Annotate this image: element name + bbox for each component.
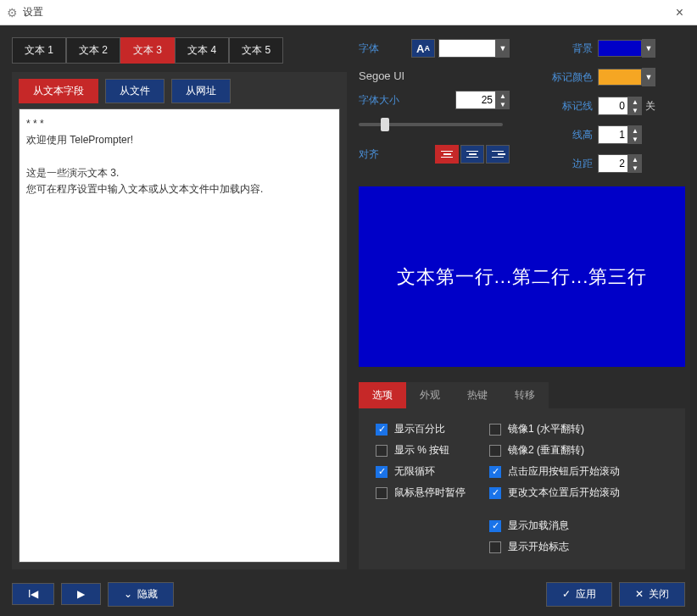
source-buttons: 从文本字段 从文件 从网址	[19, 79, 340, 103]
hide-label: 隐藏	[137, 587, 158, 602]
align-left-button[interactable]	[435, 145, 459, 164]
font-dropdown-icon[interactable]: ▼	[496, 39, 510, 58]
bg-color-dropdown-icon[interactable]: ▼	[642, 39, 655, 58]
chk-label: 无限循环	[394, 464, 435, 479]
chk-mirror-2[interactable]: 镜像2 (垂直翻转)	[489, 443, 620, 458]
chk-show-load-msg[interactable]: 显示加载消息	[489, 519, 620, 533]
properties: 字体 AA ▼ Segoe UI 字体大小 25 ▲▼ 对齐	[359, 37, 685, 175]
text-tabs: 文本 1 文本 2 文本 3 文本 4 文本 5	[12, 37, 347, 64]
gear-icon: ⚙	[7, 6, 18, 19]
titlebar: ⚙ 设置 ×	[0, 0, 697, 25]
subtab-transfer[interactable]: 转移	[501, 382, 549, 408]
mark-color-dropdown-icon[interactable]: ▼	[642, 68, 655, 86]
subtab-options[interactable]: 选项	[359, 382, 406, 408]
chk-label: 显示百分比	[394, 422, 445, 436]
skip-back-icon: I◀	[28, 588, 38, 600]
left-panel: 文本 1 文本 2 文本 3 文本 4 文本 5 从文本字段 从文件 从网址 *…	[12, 37, 347, 569]
subtabs: 选项 外观 热键 转移	[359, 382, 685, 408]
line-height-label: 线高	[540, 128, 593, 142]
checkbox-icon	[489, 487, 501, 499]
chk-show-percent-btn[interactable]: 显示 % 按钮	[376, 443, 466, 458]
chevron-down-icon: ⌄	[124, 588, 132, 600]
font-size-input[interactable]: 25	[455, 91, 496, 109]
tab-text-5[interactable]: 文本 5	[229, 37, 283, 64]
chk-start-on-text-change[interactable]: 更改文本位置后开始滚动	[489, 486, 620, 500]
checkbox-icon	[489, 541, 501, 553]
font-size-label: 字体大小	[359, 93, 411, 108]
right-panel: 字体 AA ▼ Segoe UI 字体大小 25 ▲▼ 对齐	[359, 37, 685, 569]
prev-button[interactable]: I◀	[12, 583, 54, 605]
font-name: Segoe UI	[359, 69, 510, 82]
hide-button[interactable]: ⌄隐藏	[108, 582, 174, 607]
content-area: 文本 1 文本 2 文本 3 文本 4 文本 5 从文本字段 从文件 从网址 *…	[0, 25, 697, 573]
subtab-appearance[interactable]: 外观	[406, 382, 454, 408]
checkbox-icon	[376, 424, 388, 436]
checkbox-icon	[489, 424, 501, 436]
font-select[interactable]	[438, 39, 496, 58]
preview-pane: 文本第一行...第二行...第三行	[359, 186, 685, 367]
mark-color-label: 标记颜色	[540, 70, 593, 85]
chk-pause-on-hover[interactable]: 鼠标悬停时暂停	[376, 486, 466, 500]
subtab-hotkeys[interactable]: 热键	[454, 382, 501, 408]
close-button[interactable]: ✕关闭	[619, 582, 685, 607]
window-title: 设置	[23, 5, 669, 19]
text-input[interactable]: * * * 欢迎使用 TelePrompter! 这是一些演示文本 3. 您可在…	[19, 108, 340, 563]
mark-line-off-label: 关	[645, 99, 655, 114]
font-label: 字体	[359, 42, 411, 56]
close-label: 关闭	[649, 587, 669, 602]
chk-label: 点击应用按钮后开始滚动	[508, 464, 620, 479]
tab-text-3[interactable]: 文本 3	[120, 37, 175, 64]
align-right-button[interactable]	[486, 145, 510, 164]
checkbox-icon	[489, 520, 501, 532]
source-file-button[interactable]: 从文件	[105, 79, 164, 103]
play-icon: ▶	[77, 588, 85, 600]
mark-line-input[interactable]: 0	[598, 97, 628, 115]
source-url-button[interactable]: 从网址	[171, 79, 231, 103]
font-size-slider[interactable]	[359, 118, 503, 131]
checkbox-icon	[376, 487, 388, 499]
chk-label: 镜像1 (水平翻转)	[508, 422, 584, 436]
chk-label: 鼠标悬停时暂停	[394, 486, 466, 500]
chk-label: 显示加载消息	[508, 519, 569, 533]
apply-label: 应用	[576, 587, 596, 602]
mark-line-spinner[interactable]: ▲▼	[628, 97, 642, 115]
source-snippet-button[interactable]: 从文本字段	[19, 79, 98, 103]
tab-text-2[interactable]: 文本 2	[66, 37, 120, 64]
tab-text-4[interactable]: 文本 4	[175, 37, 229, 64]
chk-show-percent[interactable]: 显示百分比	[376, 422, 466, 436]
checkbox-icon	[489, 445, 501, 457]
chk-label: 显示开始标志	[508, 540, 569, 554]
chk-label: 显示 % 按钮	[394, 443, 449, 458]
tab-text-1[interactable]: 文本 1	[12, 37, 66, 64]
check-icon: ✓	[562, 588, 571, 600]
chk-start-on-apply[interactable]: 点击应用按钮后开始滚动	[489, 464, 620, 479]
font-size-spinner[interactable]: ▲▼	[496, 91, 510, 109]
chk-infinite-loop[interactable]: 无限循环	[376, 464, 466, 479]
mark-color-swatch[interactable]	[598, 69, 642, 86]
x-icon: ✕	[635, 588, 644, 600]
chk-label: 镜像2 (垂直翻转)	[508, 443, 584, 458]
chk-show-start-flag[interactable]: 显示开始标志	[489, 540, 620, 554]
checkbox-icon	[376, 466, 388, 478]
footer: I◀ ▶ ⌄隐藏 ✓应用 ✕关闭	[0, 573, 697, 615]
mark-line-label: 标记线	[540, 99, 593, 114]
close-icon[interactable]: ×	[669, 5, 690, 20]
margin-spinner[interactable]: ▲▼	[628, 154, 642, 173]
chk-label: 更改文本位置后开始滚动	[508, 486, 620, 500]
chk-mirror-1[interactable]: 镜像1 (水平翻转)	[489, 422, 620, 436]
checkbox-icon	[489, 466, 501, 478]
line-height-spinner[interactable]: ▲▼	[628, 125, 642, 144]
apply-button[interactable]: ✓应用	[546, 582, 612, 607]
checkbox-icon	[376, 445, 388, 457]
play-button[interactable]: ▶	[61, 583, 101, 605]
bg-color-swatch[interactable]	[598, 40, 642, 57]
align-center-button[interactable]	[460, 145, 484, 164]
margin-input[interactable]: 2	[598, 154, 628, 173]
margin-label: 边距	[540, 157, 593, 171]
options-panel: 显示百分比 显示 % 按钮 无限循环 鼠标悬停时暂停 镜像1 (水平翻转) 镜像…	[359, 408, 685, 569]
bg-label: 背景	[540, 42, 593, 56]
font-case-icon[interactable]: AA	[411, 39, 435, 58]
line-height-input[interactable]: 1	[598, 125, 628, 144]
align-label: 对齐	[359, 147, 411, 162]
